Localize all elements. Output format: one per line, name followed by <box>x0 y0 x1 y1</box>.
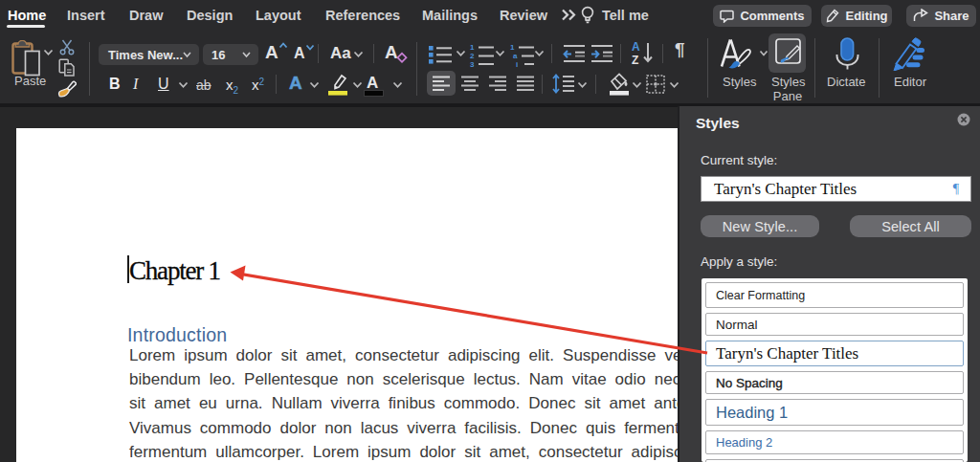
svg-text:3: 3 <box>470 60 475 68</box>
svg-text:1: 1 <box>470 43 475 52</box>
svg-text:Z: Z <box>632 54 638 65</box>
svg-text:1: 1 <box>510 43 515 52</box>
svg-text:i: i <box>516 60 518 68</box>
svg-text:A: A <box>632 40 640 54</box>
